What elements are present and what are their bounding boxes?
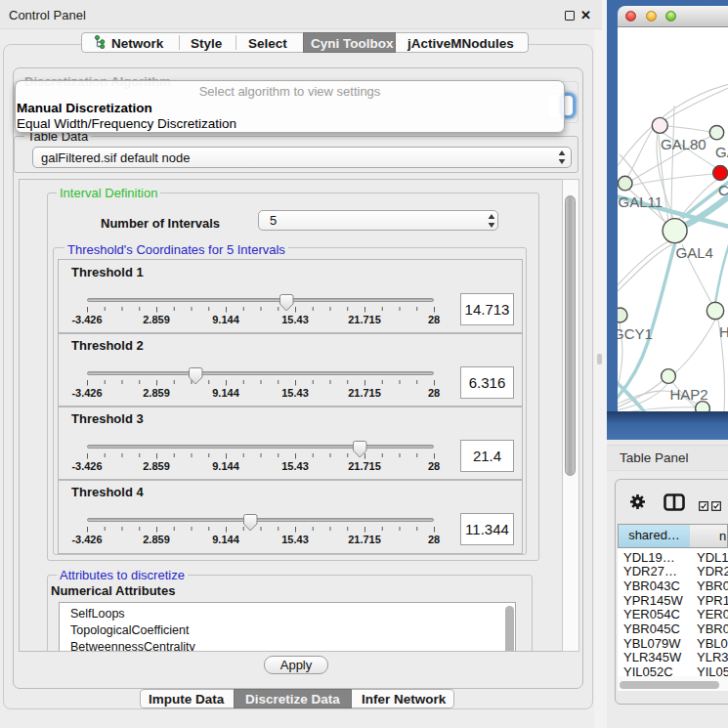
svg-text:GAL4: GAL4 — [676, 244, 713, 261]
svg-text:GCY1: GCY1 — [618, 325, 653, 342]
svg-text:GAL80: GAL80 — [661, 136, 707, 152]
svg-text:C: C — [718, 182, 728, 198]
svg-text:HIS: HIS — [719, 323, 728, 340]
svg-text:HAP2: HAP2 — [670, 386, 708, 403]
svg-text:GAL: GAL — [715, 144, 728, 160]
svg-text:GAL11: GAL11 — [619, 193, 664, 210]
